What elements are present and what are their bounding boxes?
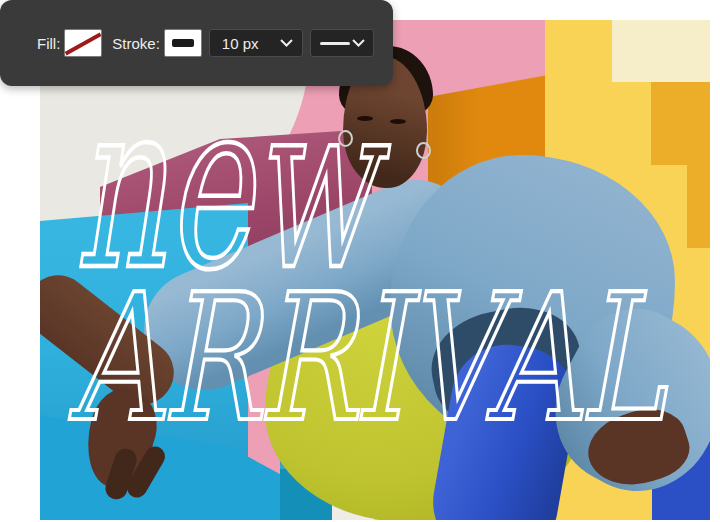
photo-artwork[interactable]: new ARRIVAL (40, 20, 710, 520)
properties-toolbar: Fill: Stroke: 10 px (0, 0, 393, 86)
design-app-window: new ARRIVAL Fill: Stroke: 10 px (0, 0, 720, 522)
hoop-earring-right (416, 142, 431, 159)
fill-label: Fill: (37, 35, 60, 52)
stroke-width-select[interactable]: 10 px (209, 29, 303, 57)
chevron-down-icon (280, 39, 293, 47)
fill-swatch-button[interactable] (65, 30, 101, 56)
stroke-width-value: 10 px (222, 35, 259, 52)
cream-block (612, 20, 710, 82)
fill-none-icon (65, 32, 101, 54)
stroke-swatch-button[interactable] (165, 30, 201, 56)
chevron-down-icon (352, 39, 365, 47)
stroke-style-select[interactable] (310, 29, 374, 57)
stroke-color-icon (172, 39, 194, 47)
stroke-label: Stroke: (112, 35, 160, 52)
overlay-text-line2[interactable]: ARRIVAL (70, 270, 664, 446)
solid-line-icon (320, 42, 350, 45)
model-eye-right (390, 119, 406, 124)
